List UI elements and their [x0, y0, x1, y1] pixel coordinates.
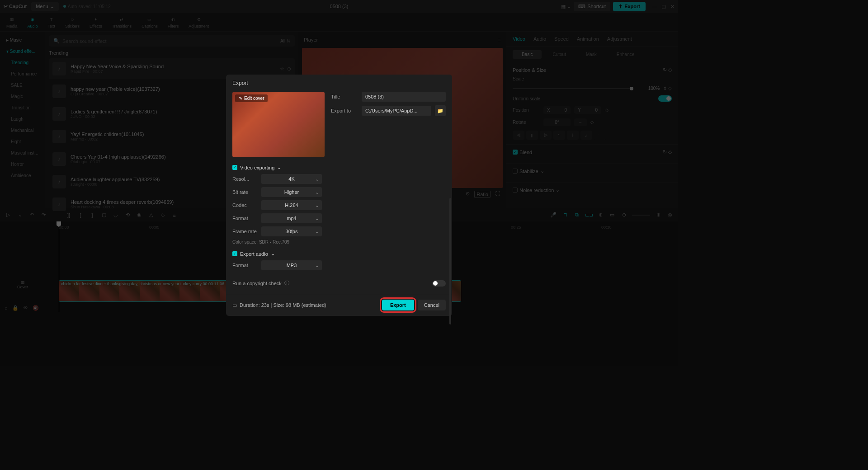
pos-x-input[interactable]: X0 — [543, 106, 571, 114]
compare-icon[interactable]: ⊙ — [466, 191, 470, 198]
align-bottom-icon[interactable]: ⫰ — [580, 131, 592, 140]
sidebar-performance[interactable]: Performance — [0, 68, 45, 80]
export-button[interactable]: ⬆ Export — [613, 2, 646, 11]
player-menu-icon[interactable]: ≡ — [498, 37, 501, 42]
folder-icon[interactable]: 📁 — [435, 105, 446, 116]
pos-y-input[interactable]: Y0 — [574, 106, 601, 114]
video-export-checkbox[interactable]: ✓Video exporting ⌄ — [232, 164, 446, 170]
noise-checkbox[interactable] — [513, 188, 518, 193]
sidebar-fight[interactable]: Fight — [0, 136, 45, 147]
subtab-cutout[interactable]: Cutout — [543, 50, 575, 59]
sidebar-ambience[interactable]: Ambience — [0, 170, 45, 181]
subtab-mask[interactable]: Mask — [577, 50, 606, 59]
edit-cover-button[interactable]: ✎ Edit cover — [235, 94, 268, 102]
stabilize-checkbox[interactable] — [513, 169, 518, 174]
eye-icon[interactable]: 👁 — [23, 305, 28, 311]
tab-filters[interactable]: ◐Filters — [168, 16, 179, 28]
tab-text[interactable]: TText — [48, 16, 56, 28]
zoom-in-icon[interactable]: ⊕ — [655, 212, 662, 218]
sidebar-music[interactable]: ▸ Music — [0, 34, 45, 46]
audio-format-select[interactable]: MP3 — [261, 260, 322, 270]
subtab-basic[interactable]: Basic — [513, 50, 542, 59]
tab-stickers[interactable]: ☺Stickers — [65, 16, 80, 28]
sidebar-magic[interactable]: Magic — [0, 91, 45, 102]
scale-slider[interactable] — [513, 88, 633, 89]
shortcut-button[interactable]: ⌨ Shortcut — [574, 2, 610, 11]
info-icon[interactable]: ⓘ — [284, 280, 289, 287]
mark-icon[interactable]: ◡ — [112, 212, 119, 218]
lock-icon[interactable]: ⌂ — [5, 305, 8, 311]
screen-icon[interactable]: ▭ — [609, 212, 616, 218]
align-top-icon[interactable]: ⫯ — [553, 131, 565, 140]
mute-icon[interactable]: 🔇 — [33, 305, 39, 311]
link-icon[interactable]: ⧉ — [573, 212, 580, 218]
split-left-icon[interactable]: [‌ — [77, 212, 84, 218]
resolution-select[interactable]: 4K — [261, 174, 322, 184]
align-dist-icon[interactable]: ⋯ — [594, 131, 606, 140]
title-input[interactable] — [362, 92, 446, 102]
sidebar-laugh[interactable]: Laugh — [0, 113, 45, 125]
delete-icon[interactable]: ▢ — [100, 212, 108, 218]
chevron-down-icon[interactable]: ⌄ — [16, 212, 24, 218]
fullscreen-icon[interactable]: ⛶ — [495, 191, 500, 198]
tab-effects[interactable]: ✦Effects — [90, 16, 102, 28]
pointer-icon[interactable]: ▷ — [5, 212, 12, 218]
align-vcenter-icon[interactable]: ⫲ — [567, 131, 579, 140]
sidebar-trending[interactable]: Trending — [0, 57, 45, 68]
split-icon[interactable]: ]‌[ — [65, 212, 72, 218]
rtab-speed[interactable]: Speed — [554, 36, 569, 42]
menu-button[interactable]: Menu ⌄ — [31, 2, 59, 11]
rotate-input[interactable]: 0° — [543, 118, 571, 126]
sidebar-horror[interactable]: Horror — [0, 159, 45, 170]
copyright-toggle[interactable] — [432, 280, 446, 287]
path-input[interactable] — [362, 106, 431, 116]
minimize-icon[interactable]: — — [652, 4, 657, 9]
zoom-slider[interactable] — [632, 215, 650, 216]
playhead[interactable] — [59, 221, 59, 312]
fps-select[interactable]: 30fps — [261, 226, 322, 236]
scrollbar[interactable] — [449, 198, 451, 324]
align-left-icon[interactable]: ⫷ — [513, 131, 524, 140]
tab-captions[interactable]: ▭Captions — [142, 16, 158, 28]
rtab-adjustment[interactable]: Adjustment — [607, 36, 632, 42]
search-input[interactable]: 🔍 Search sound effect All ⇅ — [49, 35, 295, 47]
blend-checkbox[interactable]: ✓ — [513, 150, 518, 155]
rotate-icon[interactable]: ◇ — [159, 212, 166, 218]
fit-icon[interactable]: ◎ — [666, 212, 674, 218]
rotate-minus[interactable]: − — [574, 118, 587, 126]
layout-icon[interactable]: ▦ ⌄ — [561, 4, 571, 9]
sidebar-sound-effects[interactable]: ▾ Sound effe... — [0, 46, 45, 57]
rtab-audio[interactable]: Audio — [533, 36, 546, 42]
bitrate-select[interactable]: Higher — [261, 187, 322, 197]
add-icon[interactable]: ⊕ — [287, 66, 291, 72]
undo-icon[interactable]: ↶ — [28, 212, 35, 218]
reverse-icon[interactable]: ⟲ — [124, 212, 131, 218]
audio-export-checkbox[interactable]: ✓Export audio ⌄ — [232, 251, 446, 257]
redo-icon[interactable]: ↷ — [40, 212, 47, 218]
uniform-toggle[interactable] — [658, 95, 672, 102]
split-right-icon[interactable]: ‌] — [89, 212, 96, 218]
export-confirm-button[interactable]: Export — [382, 300, 414, 310]
preview-icon[interactable]: ⊕ — [597, 212, 604, 218]
sidebar-mechanical[interactable]: Mechanical — [0, 125, 45, 136]
tab-media[interactable]: ▦Media — [6, 16, 18, 28]
tab-audio[interactable]: ◉Audio — [28, 16, 38, 28]
sidebar-musical[interactable]: Musical inst... — [0, 147, 45, 159]
mirror-icon[interactable]: △ — [147, 212, 155, 218]
subtab-enhance[interactable]: Enhance — [608, 50, 643, 59]
zoom-out-icon[interactable]: ⊖ — [620, 212, 627, 218]
crop-icon[interactable]: ⎄ — [171, 212, 178, 218]
rtab-animation[interactable]: Animation — [577, 36, 599, 42]
tab-adjustment[interactable]: ⚙Adjustment — [189, 16, 209, 28]
magnet-icon[interactable]: ⊓ — [561, 212, 569, 218]
cover-button[interactable]: ▦Cover — [5, 280, 41, 289]
align-hcenter-icon[interactable]: ⫿ — [526, 131, 538, 140]
lock2-icon[interactable]: 🔒 — [12, 305, 19, 311]
align-right-icon[interactable]: ⫸ — [540, 131, 552, 140]
record-icon[interactable]: ◉ — [136, 212, 143, 218]
tab-transitions[interactable]: ⇄Transitions — [112, 16, 132, 28]
close-icon[interactable]: ✕ — [670, 4, 675, 9]
cancel-button[interactable]: Cancel — [418, 300, 446, 310]
rtab-video[interactable]: Video — [513, 36, 525, 42]
codec-select[interactable]: H.264 — [261, 200, 322, 210]
